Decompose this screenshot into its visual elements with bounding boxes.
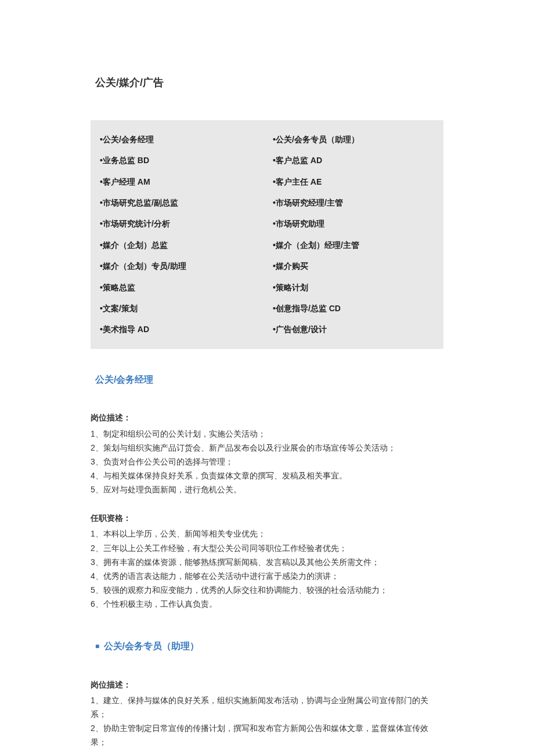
qual-heading: 任职资格： — [91, 512, 443, 524]
section-title: 公关/会务经理 — [91, 372, 443, 387]
category-link[interactable]: •市场研究助理 — [273, 217, 434, 230]
category-row: •业务总监 BD •客户总监 AD — [100, 154, 434, 167]
category-link[interactable]: •公关/会务专员（助理） — [273, 133, 434, 146]
list-item: 1、制定和组织公司的公关计划，实施公关活动； — [91, 427, 443, 441]
category-link[interactable]: •美术指导 AD — [100, 323, 273, 336]
category-row: •公关/会务经理 •公关/会务专员（助理） — [100, 133, 434, 146]
category-row: •市场研究总监/副总监 •市场研究经理/主管 — [100, 196, 434, 209]
category-link[interactable]: •广告创意/设计 — [273, 323, 434, 336]
category-link[interactable]: •市场研究总监/副总监 — [100, 196, 273, 209]
category-row: •市场研究统计/分析 •市场研究助理 — [100, 217, 434, 230]
list-item: 4、与相关媒体保持良好关系，负责媒体文章的撰写、发稿及相关事宜。 — [91, 469, 443, 483]
category-box: •公关/会务经理 •公关/会务专员（助理） •业务总监 BD •客户总监 AD … — [91, 120, 443, 349]
list-item: 3、拥有丰富的媒体资源，能够熟练撰写新闻稿、发言稿以及其他公关所需文件； — [91, 555, 443, 569]
list-item: 2、协助主管制定日常宣传的传播计划，撰写和发布官方新闻公告和媒体文章，监督媒体宣… — [91, 721, 443, 749]
list-item: 1、建立、保持与媒体的良好关系，组织实施新闻发布活动，协调与企业附属公司宣传部门… — [91, 693, 443, 721]
list-item: 5、应对与处理负面新闻，进行危机公关。 — [91, 483, 443, 496]
category-link[interactable]: •市场研究经理/主管 — [273, 196, 434, 209]
list-item: 5、较强的观察力和应变能力，优秀的人际交往和协调能力、较强的社会活动能力； — [91, 583, 443, 597]
category-link[interactable]: •客户主任 AE — [273, 175, 434, 188]
list-item: 3、负责对合作公关公司的选择与管理； — [91, 455, 443, 469]
job-section-pr-manager: 公关/会务经理 岗位描述： 1、制定和组织公司的公关计划，实施公关活动； 2、策… — [91, 372, 443, 611]
category-row: •文案/策划 •创意指导/总监 CD — [100, 302, 434, 315]
desc-heading: 岗位描述： — [91, 411, 443, 424]
category-row: •媒介（企划）专员/助理 •媒介购买 — [100, 260, 434, 272]
category-link[interactable]: •媒介（企划）经理/主管 — [273, 239, 434, 251]
category-link[interactable]: •业务总监 BD — [100, 154, 273, 167]
category-link[interactable]: •媒介（企划）专员/助理 — [100, 260, 273, 272]
desc-heading: 岗位描述： — [91, 678, 443, 691]
category-link[interactable]: •策略总监 — [100, 281, 273, 294]
page-title: 公关/媒介/广告 — [91, 74, 443, 91]
category-link[interactable]: •客户经理 AM — [100, 175, 273, 188]
list-item: 4、优秀的语言表达能力，能够在公关活动中进行富于感染力的演讲； — [91, 569, 443, 583]
category-link[interactable]: •公关/会务经理 — [100, 133, 273, 146]
category-row: •美术指导 AD •广告创意/设计 — [100, 323, 434, 336]
list-item: 6、个性积极主动，工作认真负责。 — [91, 597, 443, 611]
qual-list: 1、本科以上学历，公关、新闻等相关专业优先； 2、三年以上公关工作经验，有大型公… — [91, 527, 443, 610]
category-link[interactable]: •文案/策划 — [100, 302, 273, 315]
category-row: •客户经理 AM •客户主任 AE — [100, 175, 434, 188]
section-title: 公关/会务专员（助理） — [91, 639, 443, 654]
category-link[interactable]: •市场研究统计/分析 — [100, 217, 273, 230]
category-link[interactable]: •创意指导/总监 CD — [273, 302, 434, 315]
job-section-pr-assistant: 公关/会务专员（助理） 岗位描述： 1、建立、保持与媒体的良好关系，组织实施新闻… — [91, 639, 443, 749]
desc-list: 1、建立、保持与媒体的良好关系，组织实施新闻发布活动，协调与企业附属公司宣传部门… — [91, 693, 443, 749]
category-link[interactable]: •策略计划 — [273, 281, 434, 294]
list-item: 2、三年以上公关工作经验，有大型公关公司同等职位工作经验者优先； — [91, 541, 443, 555]
list-item: 1、本科以上学历，公关、新闻等相关专业优先； — [91, 527, 443, 541]
category-row: •策略总监 •策略计划 — [100, 281, 434, 294]
category-row: •媒介（企划）总监 •媒介（企划）经理/主管 — [100, 239, 434, 251]
category-link[interactable]: •客户总监 AD — [273, 154, 434, 167]
list-item: 2、策划与组织实施产品订货会、新产品发布会以及行业展会的市场宣传等公关活动； — [91, 441, 443, 455]
category-link[interactable]: •媒介购买 — [273, 260, 434, 272]
category-link[interactable]: •媒介（企划）总监 — [100, 239, 273, 251]
desc-list: 1、制定和组织公司的公关计划，实施公关活动； 2、策划与组织实施产品订货会、新产… — [91, 427, 443, 496]
